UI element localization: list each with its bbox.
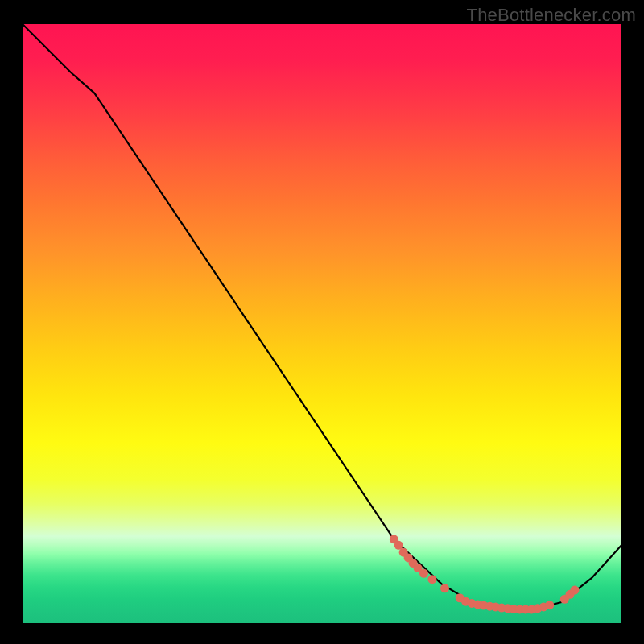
marker-point (440, 584, 449, 592)
marker-point (545, 601, 554, 609)
plot-area (23, 24, 621, 623)
chart-frame: TheBottlenecker.com (0, 0, 644, 644)
watermark-text: TheBottlenecker.com (467, 5, 636, 26)
plot-svg (23, 24, 621, 623)
marker-point (427, 575, 436, 584)
marker-point (570, 586, 579, 595)
highlight-markers (390, 535, 580, 613)
marker-point (419, 569, 428, 578)
bottleneck-curve (23, 24, 621, 610)
